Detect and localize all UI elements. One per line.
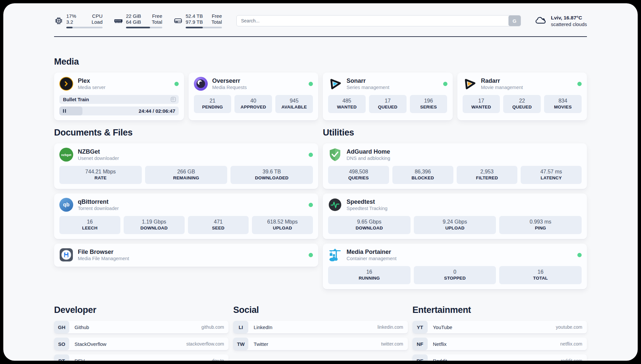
- service-name: AdGuard Home: [347, 148, 390, 155]
- qbittorrent-icon: qb: [59, 198, 73, 212]
- bookmark-github[interactable]: GH Github github.com: [54, 321, 229, 333]
- bookmark-netflix[interactable]: NF Netflix netflix.com: [412, 338, 587, 350]
- service-name: NZBGet: [78, 148, 119, 155]
- disk-total-value: 97.9 TB: [186, 19, 203, 25]
- service-name: Sonarr: [347, 77, 389, 84]
- playback-progress-fill: [59, 106, 82, 115]
- stat-pill: 498,508QUERIES: [328, 166, 389, 184]
- ram-progress-bar: [126, 27, 162, 28]
- bookmark-abbr: TW: [233, 338, 248, 350]
- stat-pill: 0STOPPED: [414, 266, 496, 284]
- bookmark-youtube[interactable]: YT YouTube youtube.com: [412, 321, 587, 333]
- service-card-qbittorrent[interactable]: qb qBittorrent Torrent downloader 16LEEC…: [54, 194, 318, 239]
- status-dot: [577, 82, 582, 86]
- bookmark-url: github.com: [201, 324, 224, 330]
- adguard-icon: [328, 148, 342, 162]
- bookmark-group-developer: Developer GH Github github.com SO StackO…: [54, 289, 229, 361]
- cpu-usage-value: 17%: [66, 13, 76, 19]
- bookmark-name: DEV: [75, 358, 85, 361]
- search-provider-button[interactable]: G: [508, 15, 521, 26]
- bookmark-twitter[interactable]: TW Twitter twitter.com: [233, 338, 408, 350]
- service-desc: DNS and adblocking: [347, 155, 390, 162]
- stat-pill: 2,953FILTERED: [457, 166, 518, 184]
- weather-location: Lviv, 16.87°C: [551, 15, 587, 21]
- service-desc: Series management: [347, 84, 389, 91]
- service-card-nzbget[interactable]: nzbget NZBGet Usenet downloader 744.21 M…: [54, 143, 318, 189]
- cpu-label: CPU: [92, 13, 103, 19]
- cpu-progress-fill: [66, 27, 73, 28]
- status-dot: [577, 253, 582, 257]
- service-card-radarr[interactable]: Radarr Movie management 17WANTED 22QUEUE…: [457, 73, 587, 120]
- search-input[interactable]: [236, 15, 521, 26]
- service-card-plex[interactable]: Plex Media server Bullet Train 24:44 / 0…: [54, 73, 184, 120]
- stat-pill: 22QUEUED: [503, 95, 541, 113]
- service-card-filebrowser[interactable]: File Browser Media File Management: [54, 244, 318, 267]
- bookmark-url: youtube.com: [556, 324, 582, 330]
- status-dot: [309, 82, 313, 86]
- cpu-stat: 17% 3.2 CPU Load: [54, 13, 103, 28]
- bookmark-dev[interactable]: DT DEV dev.to: [54, 354, 229, 361]
- system-stats: 17% 3.2 CPU Load: [54, 13, 222, 28]
- bookmark-abbr: YT: [412, 321, 428, 333]
- status-dot: [174, 82, 179, 86]
- stat-pill: 86,396BLOCKED: [392, 166, 453, 184]
- service-name: Overseerr: [212, 77, 247, 84]
- dashboard-page: 17% 3.2 CPU Load: [3, 3, 638, 361]
- overseerr-icon: [194, 77, 208, 91]
- stat-pill: 16RUNNING: [328, 266, 411, 284]
- service-desc: Movie management: [481, 84, 523, 91]
- speedtest-icon: [328, 198, 342, 212]
- service-card-sonarr[interactable]: Sonarr Series management 485WANTED 17QUE…: [323, 73, 453, 120]
- weather-condition: scattered clouds: [551, 21, 587, 27]
- service-card-portainer[interactable]: Media Portainer Container management 16R…: [323, 244, 587, 289]
- service-desc: Media File Management: [78, 256, 129, 262]
- stat-pill: 471SEED: [188, 216, 249, 234]
- bookmark-abbr: GH: [54, 321, 69, 333]
- service-card-adguard[interactable]: AdGuard Home DNS and adblocking 498,508Q…: [323, 143, 587, 189]
- bookmark-abbr: NF: [412, 338, 428, 350]
- service-name: Speedtest: [347, 198, 387, 205]
- section-title-utilities: Utilities: [323, 127, 587, 138]
- radarr-icon: [463, 77, 476, 91]
- plex-icon: [59, 77, 73, 91]
- section-title-media: Media: [54, 56, 587, 67]
- bookmark-abbr: RE: [412, 354, 428, 361]
- disk-total-label: Total: [211, 19, 222, 25]
- bookmark-reddit[interactable]: RE Reddit reddit.com: [412, 354, 587, 361]
- bookmark-name: Netflix: [433, 341, 447, 347]
- service-desc: Media Requests: [212, 84, 247, 91]
- service-card-overseerr[interactable]: Overseerr Media Requests 21PENDING 40APP…: [189, 73, 319, 120]
- stat-pill: 40APPROVED: [234, 95, 272, 113]
- stat-pill: 16TOTAL: [499, 266, 582, 284]
- stat-pill: 21PENDING: [194, 95, 231, 113]
- service-desc: Container management: [347, 256, 397, 262]
- bookmark-abbr: SO: [54, 338, 69, 350]
- stat-pill: 945AVAILABLE: [275, 95, 313, 113]
- top-bar: 17% 3.2 CPU Load: [54, 13, 587, 28]
- bookmark-abbr: DT: [54, 354, 69, 361]
- bookmark-linkedin[interactable]: LI LinkedIn linkedin.com: [233, 321, 408, 333]
- bookmark-url: netflix.com: [560, 341, 582, 347]
- service-name: File Browser: [78, 248, 129, 256]
- sonarr-icon: [328, 77, 342, 91]
- service-desc: Speedtest Tracking: [347, 205, 387, 212]
- ram-progress-fill: [126, 27, 150, 28]
- filebrowser-icon: [59, 248, 73, 262]
- stat-pill: 47.57 msLATENCY: [521, 166, 582, 184]
- now-playing-title: Bullet Train: [63, 97, 89, 102]
- disk-free-value: 52.4 TB: [186, 13, 203, 19]
- bookmark-name: Github: [75, 324, 89, 330]
- pause-icon[interactable]: [63, 109, 66, 113]
- cpu-load-value: 3.2: [66, 19, 76, 25]
- playback-progress-bar[interactable]: 24:44 / 02:06:47: [59, 106, 179, 115]
- stat-pill: 39.6 TBDOWNLOADED: [230, 166, 313, 184]
- service-card-speedtest[interactable]: Speedtest Speedtest Tracking 9.65 GbpsDO…: [323, 194, 587, 239]
- stat-pill: 9.24 GbpsUPLOAD: [414, 216, 496, 234]
- header-divider: [54, 36, 587, 37]
- service-desc: Media server: [78, 84, 106, 91]
- bookmark-stackoverflow[interactable]: SO StackOverflow stackoverflow.com: [54, 338, 229, 350]
- stat-pill: 9.65 GbpsDOWNLOAD: [328, 216, 411, 234]
- now-playing-row: Bullet Train: [59, 95, 179, 104]
- stat-pill: 618.52 MbpsUPLOAD: [252, 216, 313, 234]
- section-title-social: Social: [233, 304, 408, 316]
